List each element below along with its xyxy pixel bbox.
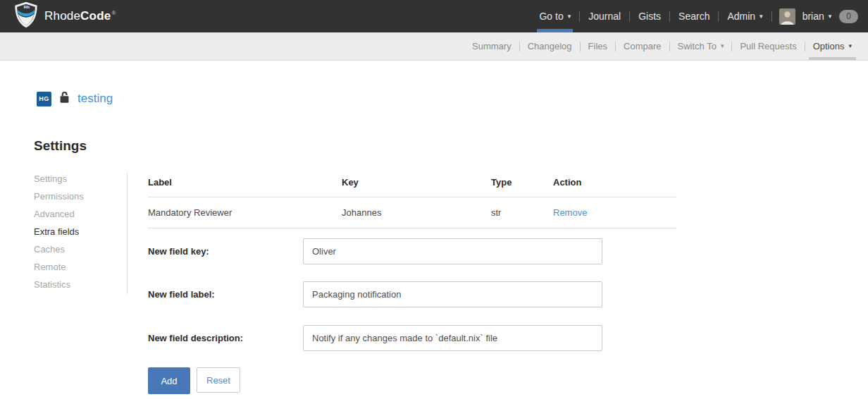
column-header-action: Action [553,173,676,197]
unlock-icon [59,91,70,106]
rhodecode-logo[interactable]: Rh RhodeCode® [14,0,116,32]
repo-subnav: Summary Changelog Files Compare Switch T… [0,32,868,61]
caret-down-icon: ▾ [848,43,852,49]
brand-name: RhodeCode® [44,9,116,23]
new-field-description-label: New field description: [148,325,303,351]
sidebar-divider [127,173,128,294]
repo-name-link[interactable]: testing [78,92,113,106]
subnav-item-summary[interactable]: Summary [464,32,519,60]
subnav-item-options[interactable]: Options ▾ [805,32,860,60]
new-field-label-row: New field label: [148,281,676,307]
svg-text:Rh: Rh [24,4,30,9]
extra-fields-panel: Label Key Type Action Mandatory Reviewer… [148,173,676,405]
nav-item-goto[interactable]: Go to ▾ [531,0,579,32]
new-field-key-row: New field key: [148,238,676,264]
extra-fields-table: Label Key Type Action Mandatory Reviewer… [148,173,676,228]
sidebar-item-advanced[interactable]: Advanced [34,205,84,223]
nav-separator [771,11,772,22]
registered-mark: ® [111,10,116,16]
top-navbar: Rh RhodeCode® Go to ▾ Journal Gists Sear… [0,0,868,32]
subnav-item-switch-to[interactable]: Switch To ▾ [670,32,732,60]
shield-logo-icon: Rh [14,1,38,31]
subnav-item-pull-requests[interactable]: Pull Requests [732,32,804,60]
subnav-item-compare[interactable]: Compare [616,32,669,60]
user-avatar[interactable] [779,8,795,25]
new-field-key-input[interactable] [303,238,602,264]
field-label-cell: Mandatory Reviewer [148,197,342,228]
new-field-description-row: New field description: [148,325,676,351]
field-type-cell: str [491,197,553,228]
vcs-type-badge: HG [37,92,51,106]
nav-item-gists[interactable]: Gists [630,0,669,32]
sidebar-item-statistics[interactable]: Statistics [34,276,84,293]
new-field-description-input[interactable] [303,325,602,351]
page-title: Settings [34,138,87,154]
new-field-key-label: New field key: [148,238,303,264]
subnav-item-changelog[interactable]: Changelog [520,32,580,60]
rhodecode-settings-page: Rh RhodeCode® Go to ▾ Journal Gists Sear… [0,0,868,416]
new-field-label-input[interactable] [303,281,602,307]
table-row: Mandatory Reviewer Johannes str Remove [148,197,676,228]
repo-title: HG testing [37,91,113,106]
settings-sidebar: Settings Permissions Advanced Extra fiel… [34,170,84,293]
column-header-label: Label [148,173,342,197]
caret-down-icon: ▾ [721,43,724,49]
field-key-cell: Johannes [342,197,491,228]
navbar-menu: Go to ▾ Journal Gists Search Admin ▾ bri… [531,0,858,32]
notification-count-badge[interactable]: 0 [839,10,858,23]
sidebar-item-permissions[interactable]: Permissions [34,188,84,205]
subnav-item-files[interactable]: Files [581,32,615,60]
caret-down-icon: ▾ [760,13,763,20]
nav-item-admin[interactable]: Admin ▾ [719,0,771,32]
reset-button[interactable]: Reset [197,367,240,393]
remove-field-link[interactable]: Remove [553,207,587,218]
caret-down-icon: ▾ [568,13,571,20]
sidebar-item-extra-fields[interactable]: Extra fields [34,223,84,240]
nav-item-search[interactable]: Search [670,0,718,32]
add-button[interactable]: Add [148,367,190,394]
sidebar-item-remote[interactable]: Remote [34,258,84,276]
sidebar-item-settings[interactable]: Settings [34,170,84,188]
sidebar-item-caches[interactable]: Caches [34,240,84,258]
column-header-key: Key [342,173,491,197]
nav-item-journal[interactable]: Journal [580,0,629,32]
form-buttons: Add Reset [148,367,240,394]
column-header-type: Type [491,173,553,197]
user-menu[interactable]: brian ▾ [801,0,833,32]
caret-down-icon: ▾ [829,13,832,20]
new-field-label-label: New field label: [148,281,303,307]
